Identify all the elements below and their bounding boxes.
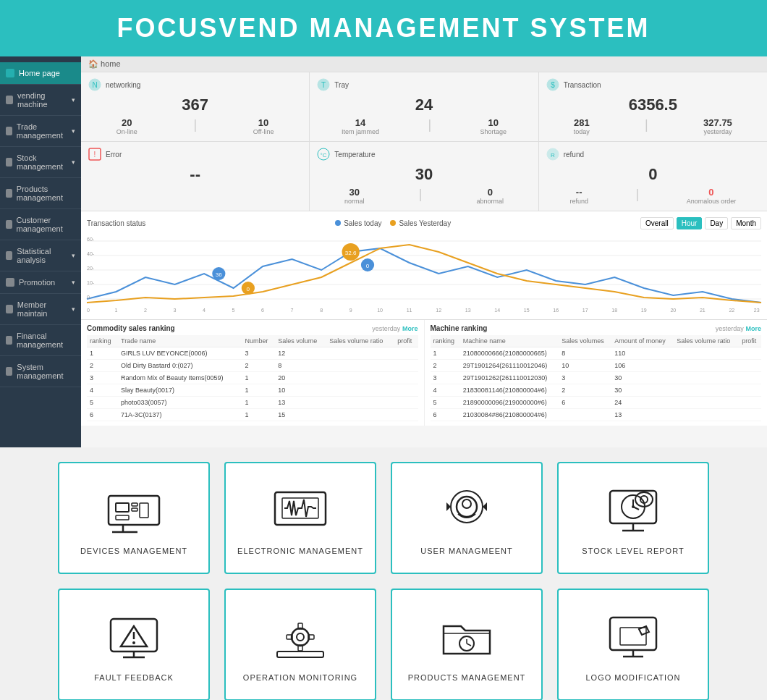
temperature-icon: °C <box>317 148 330 161</box>
refund-sub: -- refund | 0 Anomalous order <box>546 187 760 205</box>
system-icon <box>6 367 12 376</box>
error-stat: ! Error -- <box>81 142 310 211</box>
error-main-value: -- <box>88 165 302 184</box>
table-row: 1GIRLS LUV BEYONCE(0006)312 <box>87 347 418 360</box>
member-icon <box>6 305 13 313</box>
table-row: 3Random Mix of Beauty Items(0059)120 <box>87 372 418 384</box>
tray-sub: 14 Item jammed | 10 Shortage <box>317 117 530 135</box>
sidebar-item-vending[interactable]: vending machine ▾ <box>0 85 81 116</box>
sidebar-item-customer[interactable]: Customer management <box>0 209 81 240</box>
tile-devices-management[interactable]: DEVICES MANAGEMENT <box>58 462 210 574</box>
tile-operation-monitoring[interactable]: OPERATION MONITORING <box>224 589 376 700</box>
sidebar-item-trade[interactable]: Trade management ▾ <box>0 116 81 147</box>
col-sales-ratio: Sales volume ratio <box>326 335 394 347</box>
chevron-icon: ▾ <box>72 279 75 286</box>
sidebar-label: Customer management <box>17 216 76 233</box>
svg-text:60-: 60- <box>87 237 95 242</box>
svg-text:0-: 0- <box>87 295 92 300</box>
refund-val: -- refund <box>569 187 588 205</box>
anomalous-order: 0 Anomalous order <box>687 187 737 205</box>
commodity-table-section: Commodity sales ranking yesterday More r… <box>81 320 425 426</box>
finance-icon <box>6 336 12 345</box>
table-row: 329T1901262(261110012030)330 <box>431 372 762 384</box>
chevron-icon: ▾ <box>72 159 75 166</box>
chart-legend: Sales today Sales Yesterday <box>335 219 451 227</box>
svg-text:0: 0 <box>87 308 90 313</box>
refund-main-value: 0 <box>546 165 760 184</box>
tile-fault-feedback[interactable]: FAULT FEEDBACK <box>58 589 210 700</box>
tray-header: T Tray <box>317 78 530 91</box>
chevron-icon: ▾ <box>72 127 75 135</box>
abnormal-temp: 0 abnormal <box>477 187 504 205</box>
svg-rect-57 <box>132 508 137 511</box>
chart-btn-day[interactable]: Day <box>705 217 728 229</box>
tile-stock-level-report[interactable]: STOCK LEVEL REPORT <box>557 462 709 574</box>
chart-title: Transaction status <box>87 219 145 227</box>
table-row: 4Slay Beauty(0017)110 <box>87 384 418 397</box>
today-stat: 281 today <box>574 117 590 135</box>
table-row: 671A-3C(0137)115 <box>87 409 418 421</box>
col-profit: profit <box>739 335 761 347</box>
sidebar-item-finance[interactable]: Financal management <box>0 325 81 356</box>
legend-today: Sales today <box>335 219 381 227</box>
transaction-header: $ Transaction <box>546 78 760 91</box>
sidebar-item-home[interactable]: Home page <box>0 62 81 85</box>
devices-management-label: DEVICES MANAGEMENT <box>80 547 187 555</box>
sidebar-item-stock[interactable]: Stock management ▾ <box>0 147 81 178</box>
chevron-icon: ▾ <box>72 252 75 259</box>
transaction-stat: $ Transaction 6356.5 281 today | 327.75 … <box>539 72 767 141</box>
legend-yesterday: Sales Yesterday <box>390 219 451 227</box>
machine-table-header: Machine ranking yesterday More <box>431 324 762 332</box>
svg-text:5: 5 <box>232 308 235 313</box>
offline-stat: 10 Off-line <box>253 117 274 135</box>
temp-sub: 30 normal | 0 abnormal <box>317 187 530 205</box>
svg-text:18: 18 <box>611 308 617 313</box>
svg-point-84 <box>297 633 304 641</box>
tile-user-management[interactable]: USER MANAGMEENT <box>391 462 543 574</box>
sidebar-item-products[interactable]: Products management <box>0 178 81 209</box>
tile-electronic-management[interactable]: ELECTRONIC MANAGEMENT <box>224 462 376 574</box>
svg-text:12: 12 <box>436 308 441 313</box>
stats-row-2: ! Error -- °C Temperature 30 30 normal | <box>81 142 767 211</box>
svg-text:22: 22 <box>729 308 734 313</box>
svg-point-83 <box>292 628 309 646</box>
svg-text:°C: °C <box>321 152 327 159</box>
svg-text:1: 1 <box>114 308 117 313</box>
commodity-more-link[interactable]: More <box>402 325 418 332</box>
refund-icon: R <box>546 148 559 161</box>
networking-header: N networking <box>88 78 302 91</box>
sidebar-item-system[interactable]: System management <box>0 356 81 387</box>
machine-more-link[interactable]: More <box>745 325 761 332</box>
svg-text:40-: 40- <box>87 251 95 256</box>
sidebar-item-promo[interactable]: Promotion ▾ <box>0 271 81 294</box>
fault-feedback-label: FAULT FEEDBACK <box>94 673 174 682</box>
sidebar-label: Home page <box>19 69 60 77</box>
svg-text:15: 15 <box>524 308 530 313</box>
yesterday-stat: 327.75 yesterday <box>703 117 732 135</box>
svg-line-97 <box>639 629 642 635</box>
sidebar-item-member[interactable]: Member maintain ▾ <box>0 294 81 325</box>
col-ranking: ranking <box>87 335 118 347</box>
chart-btn-hour[interactable]: Hour <box>677 217 703 229</box>
chart-btn-overall[interactable]: Overall <box>640 217 674 229</box>
svg-rect-59 <box>116 515 129 520</box>
transaction-sub: 281 today | 327.75 yesterday <box>546 117 760 135</box>
tile-logo-modification[interactable]: LOGO MODIFICATION <box>557 589 709 700</box>
commodity-table-header: Commodity sales ranking yesterday More <box>87 324 418 332</box>
table-row: 521890000096(219000000#6)624 <box>431 397 762 409</box>
chart-btn-month[interactable]: Month <box>731 217 761 229</box>
sidebar-item-stats[interactable]: Statistical analysis ▾ <box>0 240 81 271</box>
machine-table-body: 121080000666(21080000665)8110229T1901264… <box>431 347 762 421</box>
table-row: 621030084#86(210800004#6)13 <box>431 409 762 421</box>
stock-icon <box>6 158 12 166</box>
page-header: FOCUSVEND MANAGEMENT SYSTEM <box>0 0 767 56</box>
svg-text:13: 13 <box>465 308 471 313</box>
svg-text:$: $ <box>551 81 555 89</box>
stats-row-1: N networking 367 20 On-line | 10 Off-lin… <box>81 72 767 142</box>
tile-products-management[interactable]: PRODUCTS MANAGEMENT <box>391 589 543 700</box>
stock-level-report-label: STOCK LEVEL REPORT <box>582 547 684 555</box>
sidebar-label: Products management <box>17 185 75 202</box>
svg-rect-96 <box>620 628 646 645</box>
home-icon <box>6 69 14 77</box>
svg-text:10: 10 <box>377 308 383 313</box>
